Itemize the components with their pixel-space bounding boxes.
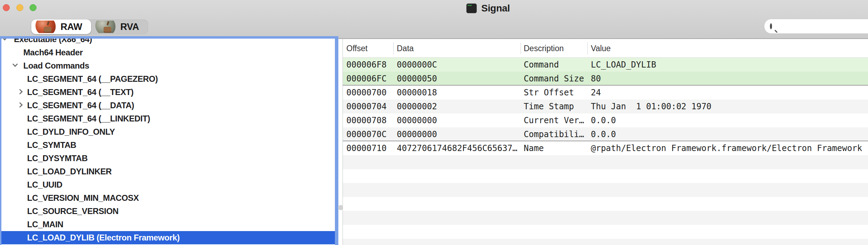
tree-item[interactable]: Mach64 Header	[0, 46, 338, 59]
tree-item[interactable]: LC_SEGMENT_64 (__LINKEDIT)	[0, 112, 338, 125]
machoview-window: Signal RAW RVA	[0, 0, 868, 245]
table-row[interactable]: 000006FC 00000050 Command Size 80	[343, 72, 868, 86]
search-icon	[770, 23, 772, 29]
tree-item[interactable]: LC_SEGMENT_64 (__TEXT)	[0, 86, 338, 99]
tree-item[interactable]: LC_LOAD_DYLINKER	[0, 165, 338, 178]
tree-item-label: LC_DYSYMTAB	[27, 152, 88, 165]
cell-value: 80	[591, 72, 601, 86]
tree-item-label: LC_SYMTAB	[27, 139, 76, 152]
chevron-icon[interactable]	[2, 38, 8, 40]
column-header-description[interactable]: Description	[524, 39, 564, 58]
column-header-offset[interactable]: Offset	[346, 39, 368, 58]
cell-offset: 00000708	[346, 113, 387, 127]
table-row[interactable]: 00000710 4072706174682F456C65637… Name @…	[343, 141, 868, 155]
cell-description: Command	[524, 58, 559, 72]
search-input[interactable]	[772, 19, 868, 33]
table-header: Offset Data Description Value	[343, 39, 868, 58]
detail-table: Offset Data Description Value 000006F8 0…	[343, 39, 868, 245]
cell-offset: 00000710	[346, 141, 387, 155]
zoom-button[interactable]	[30, 4, 37, 11]
cell-offset: 00000704	[346, 100, 387, 113]
cell-data: 00000018	[397, 86, 437, 100]
window-title: Signal	[481, 3, 510, 14]
table-row[interactable]: 000006F8 0000000C Command LC_LOAD_DYLIB	[343, 58, 868, 72]
tree-item-label: LC_SEGMENT_64 (__LINKEDIT)	[27, 112, 150, 125]
cell-data: 0000000C	[397, 58, 437, 72]
cell-description: Time Stamp	[524, 100, 574, 113]
minimize-button[interactable]	[16, 4, 23, 11]
tree-item-label: LC_SOURCE_VERSION	[27, 205, 119, 218]
raw-rva-segmented-control: RAW RVA	[31, 19, 148, 34]
tree-item-label: LC_LOAD_DYLINKER	[27, 165, 112, 178]
cell-description: Compatibili…	[524, 127, 584, 141]
cell-value: @rpath/Electron Framework.framework/Elec…	[591, 141, 862, 155]
cell-description: Command Size	[524, 72, 584, 86]
table-row[interactable]: 00000708 00000000 Current Ver… 0.0.0	[343, 113, 868, 127]
tree-item-label: LC_SEGMENT_64 (__PAGEZERO)	[27, 72, 158, 86]
cell-data: 00000050	[397, 72, 437, 86]
cell-data: 00000000	[397, 113, 437, 127]
tree-rows: Executable (X86_64) Mach64 Header Load C…	[0, 38, 338, 244]
segment-raw[interactable]: RAW	[31, 19, 91, 34]
cell-offset: 00000700	[346, 86, 387, 100]
cell-value: Thu Jan 1 01:00:02 1970	[591, 100, 712, 113]
tree-item[interactable]: LC_LOAD_DYLIB (Electron Framework)	[0, 231, 338, 244]
search-field[interactable]	[764, 19, 868, 34]
tree-item[interactable]: LC_SOURCE_VERSION	[0, 205, 338, 218]
tree-item[interactable]: LC_SYMTAB	[0, 139, 338, 152]
cell-offset: 0000070C	[346, 127, 387, 141]
chevron-icon[interactable]	[13, 62, 18, 67]
chevron-icon[interactable]	[17, 89, 23, 95]
tree-item[interactable]: LC_SEGMENT_64 (__PAGEZERO)	[0, 72, 338, 86]
tree-item-label: LC_VERSION_MIN_MACOSX	[27, 191, 139, 205]
tree-item-label: Load Commands	[23, 59, 89, 72]
tree-item[interactable]: Executable (X86_64)	[0, 38, 338, 46]
cell-description: Current Ver…	[524, 113, 584, 127]
table-row[interactable]: 00000700 00000018 Str Offset 24	[343, 86, 868, 100]
cell-value: 24	[591, 86, 601, 100]
window-title-group: Signal	[466, 3, 510, 14]
titlebar-toolbar: Signal RAW RVA	[0, 0, 868, 39]
close-button[interactable]	[3, 4, 10, 11]
column-divider	[587, 42, 588, 54]
tree-item-label: LC_MAIN	[27, 218, 63, 231]
terminal-pixels-decoration	[468, 5, 472, 6]
table-row[interactable]: 00000704 00000002 Time Stamp Thu Jan 1 0…	[343, 100, 868, 113]
cell-data: 00000002	[397, 100, 437, 113]
cell-value: 0.0.0	[591, 127, 616, 141]
tree-item[interactable]: LC_SEGMENT_64 (__DATA)	[0, 99, 338, 112]
tree-item[interactable]: LC_DYLD_INFO_ONLY	[0, 125, 338, 139]
cell-value: LC_LOAD_DYLIB	[591, 58, 656, 72]
cell-description: Str Offset	[524, 86, 574, 100]
load-commands-tree: Executable (X86_64) Mach64 Header Load C…	[0, 38, 338, 245]
cell-description: Name	[524, 141, 544, 155]
tree-item[interactable]: LC_DYSYMTAB	[0, 152, 338, 165]
column-divider	[521, 42, 521, 54]
segment-rva[interactable]: RVA	[91, 19, 148, 34]
cell-offset: 000006F8	[346, 58, 387, 72]
tree-item[interactable]: LC_VERSION_MIN_MACOSX	[0, 191, 338, 205]
tree-item-label: LC_UUID	[27, 178, 62, 191]
tree-item[interactable]: LC_UUID	[0, 178, 338, 191]
machoview-apple-gray-icon	[95, 21, 116, 33]
column-header-data[interactable]: Data	[397, 39, 414, 58]
segment-raw-label: RAW	[61, 22, 82, 32]
tree-item-label: LC_SEGMENT_64 (__TEXT)	[27, 86, 134, 99]
chevron-icon[interactable]	[17, 102, 23, 108]
table-row[interactable]: 0000070C 00000000 Compatibili… 0.0.0	[343, 127, 868, 141]
tree-item-label: Executable (X86_64)	[14, 38, 92, 46]
column-divider	[393, 42, 394, 54]
table-body: 000006F8 0000000C Command LC_LOAD_DYLIB …	[343, 58, 868, 245]
tree-item-label: LC_SEGMENT_64 (__DATA)	[27, 99, 134, 112]
tree-item[interactable]: LC_MAIN	[0, 218, 338, 231]
executable-app-icon	[466, 3, 477, 13]
tree-item-label: LC_DYLD_INFO_ONLY	[27, 125, 115, 139]
cell-data: 00000000	[397, 127, 437, 141]
cell-value: 0.0.0	[591, 113, 616, 127]
cell-offset: 000006FC	[346, 72, 387, 86]
tree-item-label: Mach64 Header	[23, 46, 83, 59]
machoview-apple-red-icon	[35, 21, 56, 33]
tree-item[interactable]: Load Commands	[0, 59, 338, 72]
column-header-value[interactable]: Value	[591, 39, 611, 58]
segment-rva-label: RVA	[120, 22, 139, 32]
